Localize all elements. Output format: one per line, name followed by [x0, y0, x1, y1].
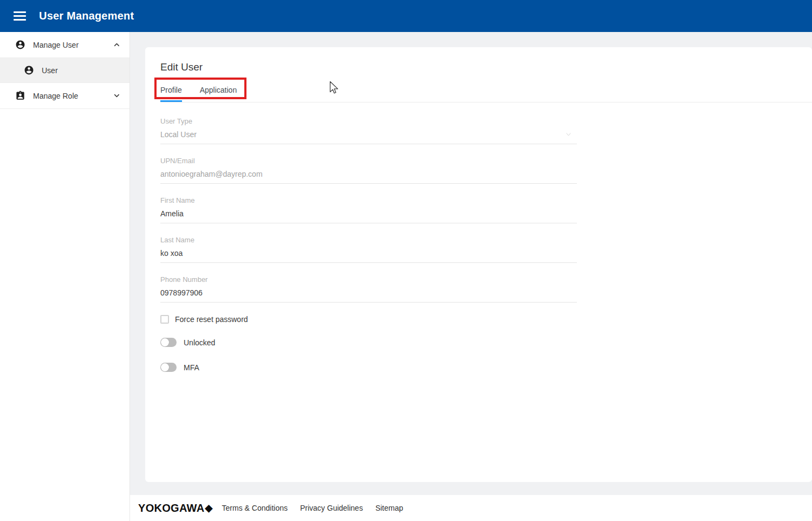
user-type-select[interactable]: Local User [160, 130, 577, 144]
field-user-type: User Type Local User [160, 117, 577, 144]
sitemap-link[interactable]: Sitemap [375, 504, 403, 512]
first-name-input[interactable]: Amelia [160, 209, 577, 223]
account-circle-icon [24, 65, 34, 75]
unlocked-toggle-row: Unlocked [160, 338, 577, 347]
role-badge-icon [15, 91, 25, 101]
mfa-toggle-row: MFA [160, 363, 577, 372]
user-management-app: User Management Manage User User Manage … [0, 0, 812, 521]
sidebar-item-label: Manage User [33, 41, 79, 49]
upn-email-input: antonioegraham@dayrep.com [160, 170, 577, 184]
field-value: ko xoa [160, 249, 183, 258]
chevron-down-icon [564, 131, 573, 138]
edit-user-card: Edit User Profile Application User Type … [145, 47, 812, 482]
last-name-input[interactable]: ko xoa [160, 249, 577, 263]
chevron-down-icon [113, 92, 121, 100]
field-first-name: First Name Amelia [160, 196, 577, 223]
field-label: Last Name [160, 236, 577, 244]
logo-diamond-icon: ◆ [205, 502, 212, 514]
phone-number-input[interactable]: 0978997906 [160, 288, 577, 303]
field-value: Local User [160, 130, 197, 139]
chevron-up-icon [113, 41, 121, 49]
field-value: antonioegraham@dayrep.com [160, 170, 263, 178]
terms-link[interactable]: Terms & Conditions [222, 504, 288, 512]
main-content-area: Edit User Profile Application User Type … [130, 32, 812, 495]
toggle-label: MFA [184, 363, 199, 372]
footer-links: Terms & Conditions Privacy Guidelines Si… [222, 504, 416, 512]
app-header: User Management [0, 0, 812, 32]
field-label: UPN/Email [160, 157, 577, 165]
tab-application[interactable]: Application [200, 80, 237, 102]
unlocked-toggle[interactable] [160, 338, 177, 347]
edit-user-form: User Type Local User UPN/Email antonioeg… [160, 117, 577, 372]
sidebar: Manage User User Manage Role [0, 32, 130, 521]
sidebar-item-manage-role[interactable]: Manage Role [0, 83, 129, 109]
force-reset-password-checkbox[interactable] [160, 315, 169, 324]
toggle-label: Unlocked [184, 338, 215, 347]
yokogawa-logo: YOKOGAWA◆ [138, 502, 213, 514]
sidebar-item-user[interactable]: User [0, 58, 129, 83]
privacy-link[interactable]: Privacy Guidelines [300, 504, 363, 512]
app-title: User Management [39, 10, 134, 22]
tab-bar: Profile Application [160, 80, 812, 102]
checkbox-label: Force reset password [175, 315, 248, 324]
hamburger-menu-icon[interactable] [14, 11, 26, 21]
field-label: User Type [160, 117, 577, 125]
field-label: First Name [160, 196, 577, 204]
sidebar-item-label: User [42, 66, 58, 75]
footer: YOKOGAWA◆ Terms & Conditions Privacy Gui… [130, 495, 812, 521]
account-circle-icon [15, 40, 25, 50]
mfa-toggle[interactable] [160, 363, 177, 372]
field-label: Phone Number [160, 275, 577, 284]
field-upn-email: UPN/Email antonioegraham@dayrep.com [160, 157, 577, 184]
tab-profile[interactable]: Profile [160, 80, 182, 102]
sidebar-item-label: Manage Role [33, 92, 78, 100]
field-last-name: Last Name ko xoa [160, 236, 577, 263]
force-reset-password-row: Force reset password [160, 315, 577, 324]
field-value: 0978997906 [160, 288, 203, 297]
field-value: Amelia [160, 209, 184, 218]
sidebar-item-manage-user[interactable]: Manage User [0, 32, 129, 58]
field-phone-number: Phone Number 0978997906 [160, 275, 577, 303]
page-title: Edit User [160, 61, 812, 73]
